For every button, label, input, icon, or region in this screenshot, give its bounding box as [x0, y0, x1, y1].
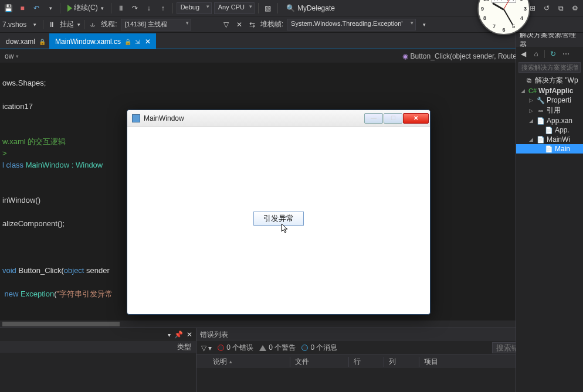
cs-file-icon: 📄: [545, 127, 553, 134]
continue-button[interactable]: 继续(C) ▾: [64, 2, 107, 15]
close-icon[interactable]: ✕: [187, 330, 192, 339]
maximize-button[interactable]: ☐: [384, 113, 402, 124]
continue-label: 继续(C): [74, 3, 98, 13]
dropdown-icon[interactable]: ▾: [45, 2, 56, 14]
pin-icon[interactable]: 📌: [174, 330, 183, 339]
close-button[interactable]: ✕: [403, 113, 429, 124]
process-name: 7.vshos: [2, 21, 26, 29]
toolbar-icon-2[interactable]: ↺: [541, 2, 553, 14]
tree-properties[interactable]: ▷🔧Properti: [516, 96, 583, 105]
clock-label: 日本时间: [492, 0, 516, 3]
stackframe-selector[interactable]: System.Windows.Threading.Exception': [287, 19, 416, 30]
col-file[interactable]: 文件: [290, 357, 349, 367]
xaml-icon: 📄: [537, 136, 545, 144]
platform-selector[interactable]: Any CPU: [214, 2, 255, 14]
cursor-icon: [281, 223, 289, 236]
save-icon[interactable]: 💾: [2, 2, 14, 14]
toolbar-icon-3[interactable]: ⧉: [555, 2, 567, 14]
minimize-button[interactable]: —: [364, 113, 383, 124]
back-icon[interactable]: ◀: [518, 49, 528, 59]
undo-icon[interactable]: ↶: [30, 2, 42, 14]
clear-icon[interactable]: ✕: [235, 20, 244, 29]
tab-cs-active[interactable]: MainWindow.xaml.cs 🔒 ⇲ ✕: [49, 33, 156, 49]
bottom-panels: ▾ 📌 ✕ 类型 错误列表 ▾ 📌 ✕ ▽ ▾ 0 个错误: [0, 328, 583, 392]
left-panel: ▾ 📌 ✕ 类型: [0, 328, 196, 392]
dropdown-icon[interactable]: ▾: [419, 20, 429, 29]
panel-title: 错误列表: [200, 330, 228, 340]
csharp-project-icon: C#: [528, 87, 537, 94]
cs-file-icon: 📄: [545, 145, 553, 153]
errors-filter[interactable]: 0 个错误: [218, 343, 253, 353]
tree-mainxaml[interactable]: ◢📄MainWi: [516, 135, 583, 144]
thread-selector[interactable]: [14136] 主线程: [121, 19, 191, 30]
toggle-icon[interactable]: ⇆: [248, 20, 257, 29]
home-icon[interactable]: ⌂: [531, 49, 541, 59]
col-description[interactable]: 说明: [208, 357, 290, 367]
app-titlebar[interactable]: MainWindow — ☐ ✕: [127, 110, 430, 127]
suspend-icon[interactable]: ⏸: [47, 20, 56, 29]
wrench-icon: 🔧: [537, 97, 545, 104]
horizontal-scrollbar[interactable]: [0, 321, 583, 328]
solution-tree: ⧉解决方案 "Wp ◢C#WpfApplic ▷🔧Properti ▷▫▫引用 …: [516, 74, 583, 392]
col-column[interactable]: 列: [384, 357, 419, 367]
tree-references[interactable]: ▷▫▫引用: [516, 105, 583, 116]
info-icon: [301, 345, 308, 351]
startup-item: MyDelegate: [297, 4, 335, 12]
app-content: 引发异常: [131, 127, 426, 311]
col-line[interactable]: 行: [349, 357, 384, 367]
tab-label: MainWindow.xaml.cs: [55, 38, 121, 46]
config-selector[interactable]: Debug: [177, 2, 212, 14]
class-selector[interactable]: ow: [0, 52, 23, 60]
error-icon: [218, 345, 224, 351]
step-into-icon[interactable]: ↓: [143, 2, 155, 14]
close-tab-icon[interactable]: ✕: [143, 38, 152, 46]
dropdown-icon[interactable]: ▾: [168, 332, 171, 338]
tab-xaml[interactable]: dow.xaml 🔒: [0, 33, 49, 49]
lock-icon: 🔒: [39, 39, 46, 45]
extensions-icon[interactable]: ▧: [262, 2, 274, 14]
xaml-icon: 📄: [537, 117, 545, 125]
suspend-label: 挂起: [60, 19, 74, 29]
minute-hand: [503, 9, 513, 25]
quick-launch[interactable]: 🔍 MyDelegate: [286, 4, 335, 12]
method-icon: ◉: [402, 52, 408, 60]
type-column-header[interactable]: 类型: [0, 341, 196, 353]
messages-filter[interactable]: 0 个消息: [301, 343, 337, 353]
solution-explorer-toolbar: ◀ ⌂ ↻ ⋯: [516, 47, 583, 61]
step-over-icon[interactable]: ↷: [129, 2, 141, 14]
step-out-icon[interactable]: ↑: [157, 2, 169, 14]
search-icon: 🔍: [286, 4, 295, 12]
solution-search[interactable]: [518, 62, 581, 73]
hour-hand: [492, 2, 504, 11]
dropdown-icon[interactable]: ▾: [30, 20, 39, 29]
tree-maincs-selected[interactable]: 📄Main: [516, 144, 583, 154]
filter-icon[interactable]: ▽: [222, 20, 231, 29]
stackframe-label: 堆栈帧:: [260, 19, 283, 29]
filter-icon[interactable]: ▽ ▾: [201, 344, 212, 352]
throw-exception-button[interactable]: 引发异常: [253, 212, 304, 226]
panel-header: ▾ 📌 ✕: [0, 328, 196, 341]
app-icon: [132, 114, 140, 122]
solution-icon: ⧉: [525, 77, 533, 84]
play-icon: [67, 5, 72, 12]
solution-explorer-title: 解决方案资源管理器: [516, 33, 583, 47]
toolbar-icon-4[interactable]: ⚙: [569, 2, 581, 14]
tree-appcs[interactable]: 📄App.: [516, 125, 583, 135]
tree-solution[interactable]: ⧉解决方案 "Wp: [516, 75, 583, 86]
tree-appxaml[interactable]: ◢📄App.xan: [516, 116, 583, 125]
tree-project[interactable]: ◢C#WpfApplic: [516, 86, 583, 96]
references-icon: ▫▫: [537, 107, 545, 114]
warnings-filter[interactable]: 0 个警告: [259, 343, 296, 353]
lock-icon: 🔒: [124, 39, 131, 45]
thread-icon: ⥿: [88, 20, 97, 29]
clock-gadget: 日本时间 12 3 6 9 1 2 4 5 7 8 10 11: [477, 0, 530, 35]
thread-label: 线程:: [101, 19, 117, 29]
stop-debug-icon[interactable]: ■: [16, 2, 28, 14]
pin-icon[interactable]: ⇲: [135, 39, 140, 45]
more-icon[interactable]: ⋯: [561, 49, 571, 59]
sync-icon[interactable]: ↻: [548, 49, 558, 59]
warning-icon: [259, 345, 266, 351]
pause-icon[interactable]: ⏸: [115, 2, 127, 14]
running-app-window: MainWindow — ☐ ✕ 引发异常: [127, 110, 431, 315]
document-tabs: dow.xaml 🔒 MainWindow.xaml.cs 🔒 ⇲ ✕ ▾: [0, 33, 583, 49]
